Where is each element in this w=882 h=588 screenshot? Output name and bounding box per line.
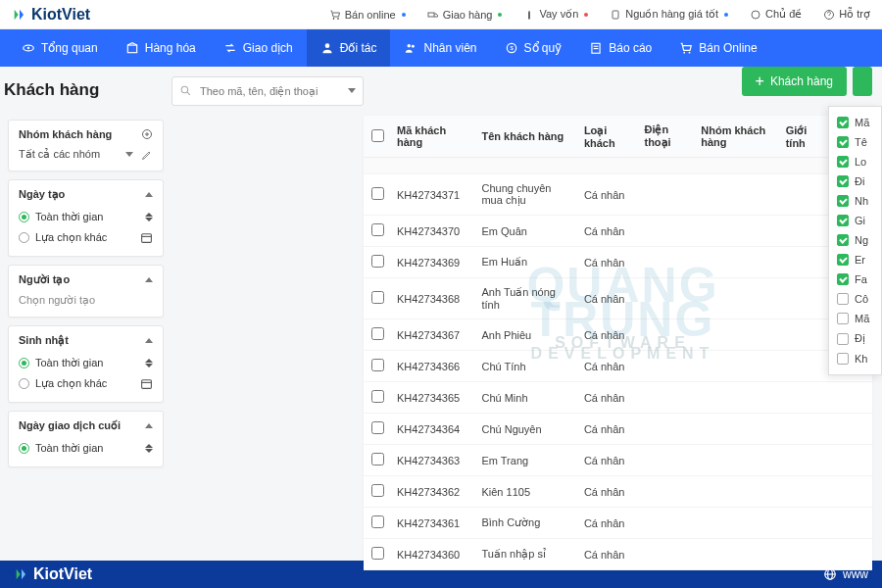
- cell-id: KH42734366: [391, 351, 475, 382]
- svg-rect-2: [428, 13, 434, 17]
- cell-id: KH42734363: [391, 445, 475, 476]
- created-opt-other[interactable]: Lựa chọn khác: [19, 227, 153, 248]
- toplink-Giao hàng[interactable]: Giao hàng: [427, 8, 503, 21]
- logo-icon: [14, 566, 29, 582]
- row-checkbox[interactable]: [371, 187, 384, 200]
- search-dropdown-icon[interactable]: [348, 88, 356, 93]
- row-checkbox[interactable]: [371, 484, 384, 497]
- chevron-up-icon[interactable]: [145, 423, 153, 428]
- row-checkbox[interactable]: [371, 223, 384, 236]
- table-row[interactable]: KH42734370Em QuânCá nhân: [364, 216, 872, 247]
- row-checkbox[interactable]: [371, 453, 384, 466]
- table-row[interactable]: KH42734361Bình CườngCá nhân: [364, 508, 872, 539]
- colmenu-opt[interactable]: Fa: [829, 270, 881, 289]
- sort-icon[interactable]: [145, 213, 153, 221]
- row-checkbox[interactable]: [371, 327, 384, 340]
- col-header[interactable]: Giới tính: [780, 116, 828, 158]
- group-value: Tất cả các nhóm: [19, 148, 100, 161]
- table-row[interactable]: KH42734362Kiên 1105Cá nhân: [364, 476, 872, 508]
- table-row[interactable]: KH42734369Em HuấnCá nhân: [364, 247, 872, 278]
- colmenu-opt[interactable]: Lo: [829, 152, 881, 172]
- sort-icon[interactable]: [145, 359, 153, 368]
- row-checkbox[interactable]: [371, 291, 384, 304]
- nav-Hàng hóa[interactable]: Hàng hóa: [112, 29, 210, 67]
- toplink-Chủ đề[interactable]: Chủ đề: [750, 8, 802, 21]
- creator-select[interactable]: Chọn người tạo: [19, 292, 153, 309]
- table-row[interactable]: KH42734371Chung chuyên mua chịuCá nhân: [364, 174, 872, 216]
- table-row[interactable]: KH42734366Chú TínhCá nhân: [364, 351, 872, 382]
- svg-point-1: [337, 18, 339, 20]
- nav-Sổ quỹ[interactable]: $Sổ quỹ: [491, 29, 576, 67]
- row-checkbox[interactable]: [371, 421, 384, 434]
- group-select[interactable]: Tất cả các nhóm: [19, 146, 153, 163]
- colmenu-opt[interactable]: Đi: [829, 172, 881, 191]
- created-opt-all[interactable]: Toàn thời gian: [19, 207, 153, 227]
- col-header[interactable]: Tên khách hàng: [475, 116, 577, 158]
- table-row[interactable]: KH42734360Tuấn nhập sỉCá nhân: [364, 539, 872, 570]
- sort-icon[interactable]: [145, 444, 153, 453]
- more-button[interactable]: [853, 67, 872, 96]
- col-header[interactable]: Điện thoại: [638, 116, 695, 158]
- birthday-opt-other[interactable]: Lựa chọn khác: [19, 373, 153, 394]
- cell-name: Chú Nguyên: [475, 414, 577, 445]
- table-row[interactable]: KH42734367Anh PhiêuCá nhân: [364, 319, 872, 351]
- colmenu-opt[interactable]: Đị: [829, 328, 881, 349]
- chevron-up-icon[interactable]: [145, 277, 153, 282]
- money-icon: [523, 9, 535, 21]
- nav-Báo cáo[interactable]: Báo cáo: [575, 29, 665, 67]
- toplink-Hỗ trợ[interactable]: Hỗ trợ: [823, 8, 870, 21]
- colmenu-opt[interactable]: Cô: [829, 289, 881, 309]
- source-icon: [610, 9, 621, 21]
- nav-Giao dịch[interactable]: Giao dịch: [210, 29, 307, 67]
- pencil-icon[interactable]: [141, 149, 153, 161]
- row-checkbox[interactable]: [371, 547, 384, 560]
- toplink-label: Bán online: [345, 9, 396, 21]
- table-row[interactable]: KH42734363Em TrangCá nhân: [364, 445, 872, 476]
- chevron-up-icon[interactable]: [145, 338, 153, 343]
- add-group-icon[interactable]: [141, 128, 153, 140]
- col-header[interactable]: Loại khách: [578, 116, 639, 158]
- birthday-opt-all[interactable]: Toàn thời gian: [19, 353, 153, 373]
- colmenu-opt[interactable]: Kh: [829, 349, 881, 368]
- colmenu-opt[interactable]: Mã: [829, 113, 881, 132]
- table-row[interactable]: KH42734364Chú NguyênCá nhân: [364, 414, 872, 445]
- column-menu[interactable]: MãTêLoĐiNhGiNgErFaCôMãĐịKh: [828, 106, 882, 375]
- table-row[interactable]: KH42734368Anh Tuấn nóng tínhCá nhân: [364, 278, 872, 319]
- row-checkbox[interactable]: [371, 515, 384, 528]
- lasttx-opt-all[interactable]: Toàn thời gian: [19, 438, 153, 459]
- table-row[interactable]: KH42734365Chú MinhCá nhân: [364, 382, 872, 414]
- nav-Nhân viên[interactable]: Nhân viên: [390, 29, 490, 67]
- chevron-up-icon[interactable]: [145, 192, 153, 197]
- row-checkbox[interactable]: [371, 390, 384, 403]
- svg-rect-24: [142, 234, 152, 243]
- colmenu-opt[interactable]: Mã: [829, 309, 881, 328]
- add-customer-button[interactable]: +Khách hàng: [742, 67, 847, 96]
- nav-Tổng quan[interactable]: Tổng quan: [8, 29, 112, 67]
- toplink-Bán online[interactable]: Bán online: [329, 8, 406, 21]
- svg-point-19: [181, 86, 188, 93]
- checkbox-icon: [837, 313, 849, 324]
- topbar: KiotViet Bán onlineGiao hàngVay vốnNguồn…: [0, 0, 882, 29]
- box-icon: [125, 41, 139, 55]
- calendar-icon[interactable]: [140, 231, 153, 244]
- colmenu-opt[interactable]: Er: [829, 250, 881, 270]
- col-header[interactable]: Nhóm khách hàng: [695, 116, 779, 158]
- select-all-checkbox[interactable]: [371, 129, 384, 142]
- calendar-icon[interactable]: [140, 377, 153, 390]
- colmenu-opt[interactable]: Tê: [829, 132, 881, 152]
- col-header[interactable]: Mã khách hàng: [391, 116, 475, 158]
- toplink-Vay vốn[interactable]: Vay vốn: [523, 8, 588, 21]
- filter-created-title: Ngày tạo: [19, 188, 65, 201]
- toplink-Nguồn hàng giá tốt[interactable]: Nguồn hàng giá tốt: [610, 8, 728, 21]
- colmenu-opt[interactable]: Ng: [829, 230, 881, 250]
- nav-Bán Online[interactable]: Bán Online: [665, 29, 770, 67]
- colmenu-opt[interactable]: Gi: [829, 211, 881, 230]
- row-checkbox[interactable]: [371, 255, 384, 268]
- row-checkbox[interactable]: [371, 359, 384, 371]
- search-input[interactable]: [172, 76, 364, 106]
- checkbox-icon: [837, 215, 849, 226]
- colmenu-opt[interactable]: Nh: [829, 191, 881, 211]
- nav-Đối tác[interactable]: Đối tác: [307, 29, 391, 67]
- colmenu-label: Nh: [855, 195, 868, 207]
- logo-icon: [12, 7, 27, 23]
